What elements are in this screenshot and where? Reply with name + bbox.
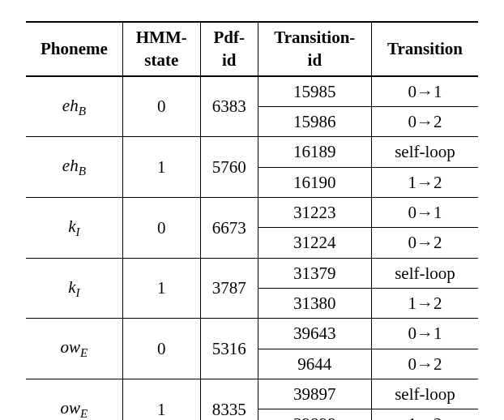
transition-cell: 1→2 bbox=[372, 167, 478, 197]
header-transition: Transition bbox=[372, 22, 478, 76]
hmm-state-cell: 1 bbox=[122, 379, 200, 420]
transition-id-cell: 31380 bbox=[258, 289, 371, 319]
phoneme-cell: kI bbox=[26, 258, 122, 319]
pdf-id-cell: 5760 bbox=[200, 137, 258, 198]
hmm-state-cell: 0 bbox=[122, 76, 200, 137]
transition-id-cell: 31379 bbox=[258, 258, 371, 288]
transition-id-cell: 39643 bbox=[258, 319, 371, 349]
transition-cell: 0→2 bbox=[372, 107, 478, 137]
transition-cell: self-loop bbox=[372, 258, 478, 288]
transition-cell: self-loop bbox=[372, 379, 478, 409]
pdf-id-cell: 6383 bbox=[200, 76, 258, 137]
header-phoneme: Phoneme bbox=[26, 22, 122, 76]
transition-cell: 0→2 bbox=[372, 228, 478, 258]
phoneme-cell: kI bbox=[26, 198, 122, 259]
pdf-id-cell: 3787 bbox=[200, 258, 258, 319]
transition-cell: 0→1 bbox=[372, 76, 478, 107]
phoneme-cell: owE bbox=[26, 379, 122, 420]
transition-id-cell: 16190 bbox=[258, 167, 371, 197]
transition-id-cell: 39898 bbox=[258, 409, 371, 420]
table-body: ehB06383159850→1159860→2ehB1576016189sel… bbox=[26, 76, 478, 420]
transition-id-cell: 16189 bbox=[258, 137, 371, 167]
transition-cell: 1→2 bbox=[372, 289, 478, 319]
transition-cell: 0→1 bbox=[372, 198, 478, 228]
pdf-id-cell: 5316 bbox=[200, 319, 258, 379]
transition-cell: 0→1 bbox=[372, 319, 478, 349]
transition-id-cell: 15985 bbox=[258, 76, 371, 107]
phoneme-cell: owE bbox=[26, 319, 122, 379]
transition-cell: 1→2 bbox=[372, 409, 478, 420]
header-hmm-state: HMM-state bbox=[122, 22, 200, 76]
header-pdf-id: Pdf-id bbox=[200, 22, 258, 76]
pdf-id-cell: 8335 bbox=[200, 379, 258, 420]
hmm-state-cell: 1 bbox=[122, 137, 200, 198]
hmm-state-cell: 0 bbox=[122, 198, 200, 259]
header-text: Transition-id bbox=[274, 28, 355, 70]
phoneme-cell: ehB bbox=[26, 76, 122, 137]
transition-id-cell: 9644 bbox=[258, 349, 371, 379]
header-transition-id: Transition-id bbox=[258, 22, 371, 76]
transition-table: Phoneme HMM-state Pdf-id Transition-id T… bbox=[26, 21, 478, 420]
phoneme-cell: ehB bbox=[26, 137, 122, 198]
transition-id-cell: 31224 bbox=[258, 228, 371, 258]
transition-cell: 0→2 bbox=[372, 349, 478, 379]
transition-id-cell: 15986 bbox=[258, 107, 371, 137]
header-text: HMM-state bbox=[136, 28, 187, 70]
hmm-state-cell: 1 bbox=[122, 258, 200, 319]
pdf-id-cell: 6673 bbox=[200, 198, 258, 259]
transition-id-cell: 39897 bbox=[258, 379, 371, 409]
header-text: Pdf-id bbox=[213, 28, 245, 70]
transition-cell: self-loop bbox=[372, 137, 478, 167]
hmm-state-cell: 0 bbox=[122, 319, 200, 379]
transition-id-cell: 31223 bbox=[258, 198, 371, 228]
